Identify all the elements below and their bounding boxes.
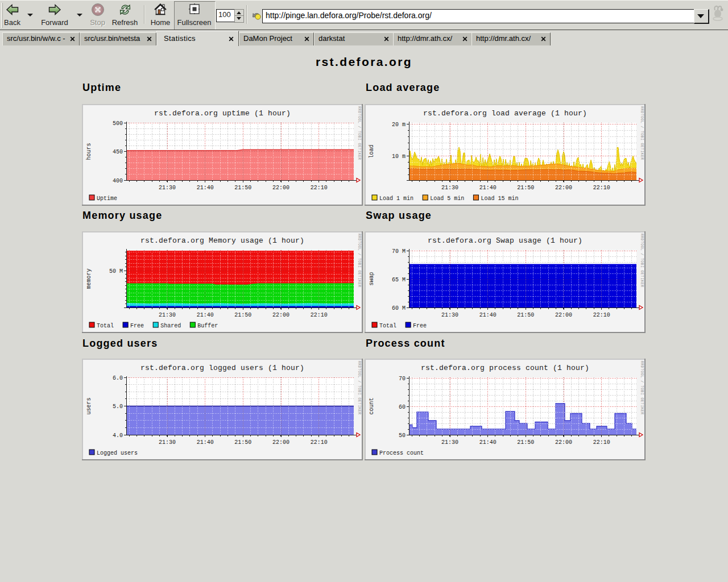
svg-text:60 M: 60 M bbox=[392, 305, 406, 311]
svg-text:70 M: 70 M bbox=[392, 248, 406, 255]
svg-text:RRDTOOL / TOBI OETIKER: RRDTOOL / TOBI OETIKER bbox=[640, 106, 644, 160]
svg-text:22:10: 22:10 bbox=[593, 439, 610, 446]
svg-text:Free: Free bbox=[413, 323, 427, 329]
svg-text:swap: swap bbox=[369, 272, 375, 285]
svg-text:rst.defora.org Swap usage (1 h: rst.defora.org Swap usage (1 hour) bbox=[428, 236, 582, 245]
svg-text:rst.defora.org process count (: rst.defora.org process count (1 hour) bbox=[421, 364, 589, 372]
svg-text:21:50: 21:50 bbox=[234, 185, 251, 191]
svg-text:load: load bbox=[369, 144, 375, 158]
svg-text:22:00: 22:00 bbox=[555, 185, 572, 191]
svg-text:21:30: 21:30 bbox=[441, 185, 458, 191]
svg-text:users: users bbox=[86, 397, 92, 414]
svg-text:500: 500 bbox=[113, 120, 123, 127]
svg-text:21:40: 21:40 bbox=[197, 312, 214, 318]
svg-text:RRDTOOL / TOBI OETIKER: RRDTOOL / TOBI OETIKER bbox=[357, 234, 361, 288]
svg-text:Total: Total bbox=[97, 323, 114, 329]
svg-text:400: 400 bbox=[113, 178, 123, 184]
svg-text:Load 1 min: Load 1 min bbox=[379, 196, 413, 202]
svg-text:5.0: 5.0 bbox=[113, 404, 123, 410]
svg-text:4.0: 4.0 bbox=[113, 433, 123, 439]
svg-text:21:40: 21:40 bbox=[479, 439, 497, 446]
svg-text:50: 50 bbox=[399, 433, 406, 439]
svg-text:RRDTOOL / TOBI OETIKER: RRDTOOL / TOBI OETIKER bbox=[357, 361, 361, 415]
svg-text:21:40: 21:40 bbox=[197, 185, 214, 191]
svg-text:rst.defora.org load average (1: rst.defora.org load average (1 hour) bbox=[423, 109, 587, 118]
svg-text:Free: Free bbox=[130, 323, 144, 329]
svg-text:hours: hours bbox=[86, 143, 92, 160]
svg-text:21:30: 21:30 bbox=[441, 439, 458, 446]
svg-text:21:50: 21:50 bbox=[234, 439, 251, 446]
svg-text:Process count: Process count bbox=[379, 450, 424, 456]
svg-text:RRDTOOL / TOBI OETIKER: RRDTOOL / TOBI OETIKER bbox=[640, 361, 644, 415]
svg-text:21:30: 21:30 bbox=[159, 185, 176, 191]
svg-text:21:40: 21:40 bbox=[479, 312, 497, 318]
svg-text:RRDTOOL / TOBI OETIKER: RRDTOOL / TOBI OETIKER bbox=[640, 234, 644, 288]
svg-text:rst.defora.org Memory usage (1: rst.defora.org Memory usage (1 hour) bbox=[140, 236, 304, 245]
svg-text:60: 60 bbox=[399, 404, 406, 410]
svg-text:22:00: 22:00 bbox=[272, 439, 289, 446]
svg-text:rst.defora.org logged users (1: rst.defora.org logged users (1 hour) bbox=[140, 364, 304, 372]
svg-text:22:10: 22:10 bbox=[311, 312, 328, 318]
svg-text:70: 70 bbox=[399, 376, 406, 382]
svg-text:10 m: 10 m bbox=[392, 153, 406, 160]
svg-text:22:10: 22:10 bbox=[311, 185, 328, 191]
svg-text:21:40: 21:40 bbox=[197, 439, 214, 446]
svg-text:22:10: 22:10 bbox=[593, 312, 610, 318]
svg-text:6.0: 6.0 bbox=[113, 375, 123, 381]
svg-text:Shared: Shared bbox=[160, 323, 181, 329]
svg-text:21:40: 21:40 bbox=[479, 185, 497, 191]
svg-text:22:00: 22:00 bbox=[555, 439, 572, 446]
svg-text:memory: memory bbox=[86, 268, 92, 289]
svg-text:Buffer: Buffer bbox=[197, 323, 218, 329]
svg-text:21:30: 21:30 bbox=[441, 312, 458, 318]
svg-text:22:00: 22:00 bbox=[272, 312, 289, 318]
svg-text:21:50: 21:50 bbox=[517, 439, 534, 446]
svg-text:Uptime: Uptime bbox=[97, 196, 117, 202]
svg-text:22:00: 22:00 bbox=[272, 185, 289, 191]
svg-text:450: 450 bbox=[113, 149, 123, 155]
svg-text:21:50: 21:50 bbox=[517, 185, 534, 191]
svg-text:Load 5 min: Load 5 min bbox=[430, 196, 464, 202]
svg-text:RRDTOOL / TOBI OETIKER: RRDTOOL / TOBI OETIKER bbox=[357, 106, 361, 160]
svg-text:rst.defora.org uptime (1 hour): rst.defora.org uptime (1 hour) bbox=[154, 109, 291, 118]
svg-text:Load 15 min: Load 15 min bbox=[481, 196, 518, 202]
svg-text:22:10: 22:10 bbox=[311, 439, 328, 446]
svg-text:21:30: 21:30 bbox=[159, 439, 176, 446]
svg-text:20 m: 20 m bbox=[392, 122, 406, 128]
svg-text:65 M: 65 M bbox=[392, 277, 406, 283]
svg-text:count: count bbox=[369, 397, 375, 414]
svg-text:22:10: 22:10 bbox=[593, 185, 610, 191]
svg-text:21:30: 21:30 bbox=[159, 312, 176, 318]
svg-text:21:50: 21:50 bbox=[517, 312, 534, 318]
svg-text:Logged users: Logged users bbox=[97, 450, 138, 456]
svg-text:Total: Total bbox=[379, 323, 396, 329]
svg-text:22:00: 22:00 bbox=[555, 312, 572, 318]
svg-text:50 M: 50 M bbox=[109, 268, 123, 275]
svg-text:21:50: 21:50 bbox=[234, 312, 251, 318]
